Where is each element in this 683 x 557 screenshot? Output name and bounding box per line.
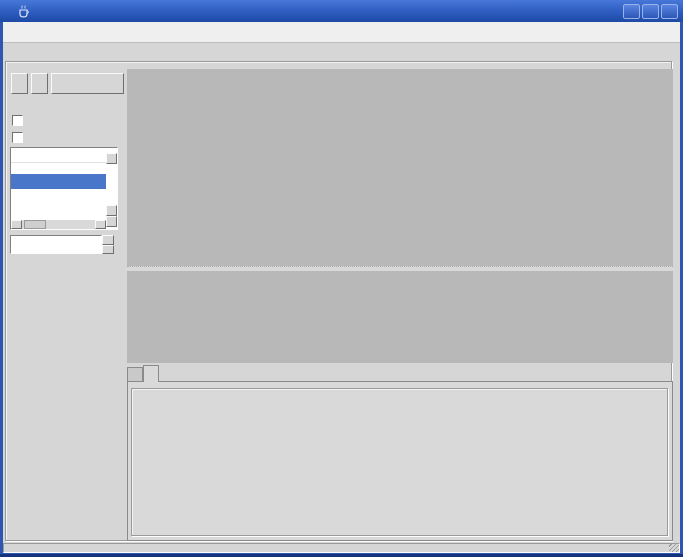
- show-continuum-checkbox[interactable]: [12, 115, 28, 126]
- scroll-down-icon[interactable]: [106, 216, 117, 227]
- noise-plot[interactable]: [127, 271, 673, 363]
- app-window: [0, 0, 683, 557]
- solve-scatter-plot[interactable]: [135, 396, 665, 542]
- noise-plot-panel: [127, 271, 673, 363]
- checkbox-checked-icon: [12, 132, 23, 143]
- list-item[interactable]: [11, 204, 106, 219]
- resize-grip[interactable]: [669, 543, 679, 552]
- spinner-down-icon[interactable]: [102, 245, 114, 255]
- left-controls: [8, 68, 122, 538]
- scroll-up-icon[interactable]: [106, 153, 117, 164]
- session-nav: [11, 73, 124, 94]
- menu-item-help[interactable]: [44, 30, 58, 34]
- close-button[interactable]: [661, 4, 678, 19]
- horizontal-scrollbar[interactable]: [11, 220, 106, 229]
- checkbox-unchecked-icon: [12, 115, 23, 126]
- page-title: [3, 43, 680, 60]
- minimize-button[interactable]: [623, 4, 640, 19]
- redshift-field[interactable]: [10, 235, 102, 254]
- plot-region: [127, 69, 673, 541]
- template-list-header: [11, 148, 117, 163]
- menu-item-interop[interactable]: [28, 30, 42, 34]
- scrollbar-thumb[interactable]: [24, 220, 46, 229]
- functions-summary-fieldset: [131, 388, 668, 536]
- list-item-selected[interactable]: [11, 174, 106, 189]
- tab-functions-summary[interactable]: [143, 365, 159, 382]
- window-frame: [0, 553, 683, 557]
- maximize-button[interactable]: [642, 4, 659, 19]
- list-item[interactable]: [11, 164, 106, 174]
- template-list-items: [11, 164, 106, 220]
- menu-item-menu[interactable]: [12, 30, 26, 34]
- next-session-button[interactable]: [31, 73, 48, 94]
- spectrum-plot[interactable]: [127, 69, 673, 266]
- tab-solve[interactable]: [127, 367, 143, 382]
- prev-session-button[interactable]: [11, 73, 28, 94]
- main-panel: [5, 61, 672, 541]
- spectrum-plot-panel: [127, 69, 673, 266]
- list-item[interactable]: [11, 189, 106, 204]
- status-bar: [3, 543, 680, 553]
- java-coffee-icon: [17, 4, 30, 18]
- functions-summary-panel: [127, 381, 673, 541]
- template-list: [10, 147, 118, 230]
- main-area: [3, 60, 680, 543]
- redshift-spinner: [10, 235, 114, 254]
- scrollbar-track[interactable]: [22, 220, 95, 229]
- scroll-left-icon[interactable]: [11, 220, 22, 229]
- menubar: [3, 22, 680, 43]
- scroll-right-icon[interactable]: [95, 220, 106, 229]
- titlebar[interactable]: [0, 0, 683, 22]
- show-lines-checkbox[interactable]: [12, 132, 28, 143]
- window-frame: [0, 0, 3, 557]
- session-combo[interactable]: [51, 73, 124, 94]
- bottom-tabs: [127, 365, 159, 382]
- spinner-up-icon[interactable]: [102, 235, 114, 245]
